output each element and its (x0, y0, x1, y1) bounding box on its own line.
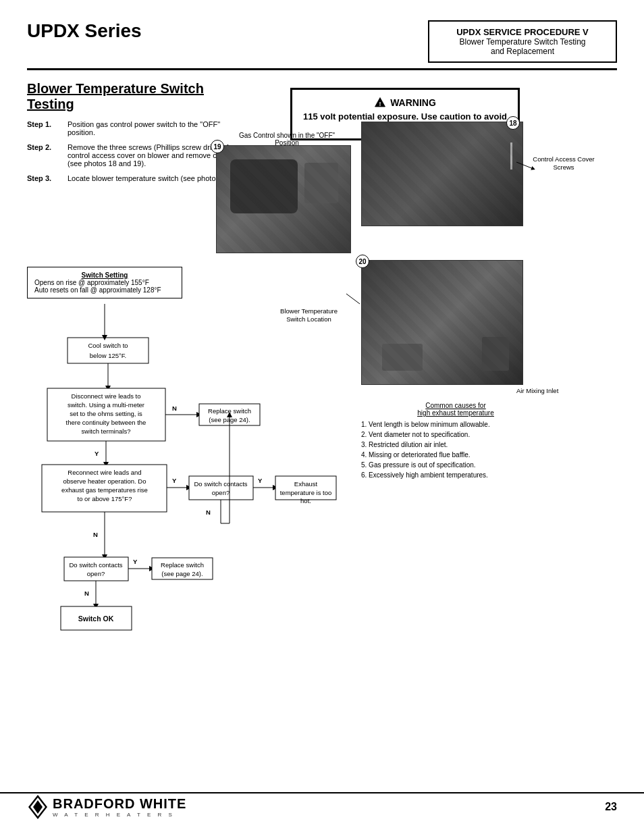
common-causes-list: 1. Vent length is below minimum allowabl… (361, 419, 550, 480)
service-box: UPDX SERVICE PROCEDURE V Blower Temperat… (428, 20, 617, 63)
svg-text:N: N (172, 405, 177, 412)
svg-text:Y: Y (95, 450, 99, 457)
photo-number-19: 19 (211, 140, 224, 153)
service-subtitle2: and Replacement (440, 47, 605, 56)
section-title: Blower Temperature Switch Testing (27, 81, 216, 112)
svg-text:(see page 24).: (see page 24). (161, 570, 203, 577)
photo-19-container: 19 (216, 145, 351, 260)
svg-text:switch. Using a multi-meter: switch. Using a multi-meter (68, 401, 144, 409)
warning-icon: ! (374, 97, 386, 109)
cause-3: 3. Restricted dilution air inlet. (361, 440, 550, 450)
step-1-text: Position gas control power switch to the… (68, 120, 243, 136)
cause-5: 5. Gas pressure is out of specification. (361, 460, 550, 470)
flowchart-svg: Cool switch to below 125°F. Disconnect w… (27, 304, 351, 723)
warning-title: ! WARNING (303, 97, 507, 109)
svg-text:switch terminals?: switch terminals? (82, 427, 131, 435)
step-1-label: Step 1. (27, 120, 68, 136)
main-title: UPDX Series (27, 20, 142, 42)
switch-setting-line1: Opens on rise @ approximately 155°F (34, 279, 175, 286)
brand-identity: BRADFORD WHITE W A T E R H E A T E R S (27, 793, 186, 820)
svg-text:below 125°F.: below 125°F. (90, 352, 127, 359)
svg-text:hot.: hot. (300, 497, 311, 504)
svg-text:!: ! (379, 101, 381, 107)
svg-text:to or above 175°F?: to or above 175°F? (78, 495, 132, 502)
svg-text:open?: open? (212, 489, 230, 496)
common-causes-title: Common causes for high exhaust temperatu… (361, 402, 550, 417)
cause-2: 2. Vent diameter not to specification. (361, 429, 550, 440)
svg-text:Reconnect wire leads and: Reconnect wire leads and (68, 469, 141, 476)
step-3-label: Step 3. (27, 174, 68, 182)
brand-logo: BRADFORD WHITE W A T E R H E A T E R S (27, 793, 186, 820)
header-divider (27, 68, 617, 70)
brand-text: BRADFORD WHITE W A T E R H E A T E R S (53, 796, 186, 818)
footer: BRADFORD WHITE W A T E R H E A T E R S 2… (0, 792, 644, 820)
flowchart: Switch Setting Opens on rise @ approxima… (27, 267, 351, 699)
brand-icon (27, 793, 49, 820)
cause-4: 4. Missing or deteriorated flue baffle. (361, 450, 550, 460)
header: UPDX Series UPDX SERVICE PROCEDURE V Blo… (27, 20, 617, 63)
gas-caption: Gas Control shown in the "OFF" Position (230, 132, 344, 147)
svg-text:there continuity between the: there continuity between the (66, 419, 146, 426)
svg-text:N: N (84, 590, 89, 597)
photo-20 (361, 260, 523, 385)
page: UPDX Series UPDX SERVICE PROCEDURE V Blo… (0, 0, 644, 834)
step-2-label: Step 2. (27, 143, 68, 167)
service-subtitle1: Blower Temperature Switch Testing (440, 37, 605, 47)
switch-setting-box: Switch Setting Opens on rise @ approxima… (27, 267, 182, 298)
air-mixing-label: Air Mixing Inlet (516, 387, 577, 395)
svg-text:Y: Y (133, 558, 138, 565)
control-access-label: Control Access Cover Screws (527, 155, 601, 172)
photo-number-18: 18 (506, 116, 520, 130)
photo-19 (216, 145, 351, 253)
svg-text:temperature is too: temperature is too (280, 489, 332, 496)
svg-text:Replace switch: Replace switch (161, 561, 204, 569)
svg-text:observe heater operation. Do: observe heater operation. Do (63, 477, 146, 485)
photo-20-container: 20 Blower Temperature Switch Location Ai… (361, 260, 523, 395)
svg-text:Y: Y (172, 477, 177, 484)
switch-setting-line2: Auto resets on fall @ approximately 128°… (34, 286, 175, 294)
svg-text:N: N (206, 509, 211, 516)
svg-text:Replace switch: Replace switch (208, 407, 251, 415)
svg-text:Switch OK: Switch OK (78, 615, 114, 623)
svg-text:N: N (93, 531, 98, 538)
svg-text:Y: Y (258, 477, 263, 484)
service-procedure-title: UPDX SERVICE PROCEDURE V (440, 27, 605, 37)
svg-text:set to the ohms setting, is: set to the ohms setting, is (70, 410, 142, 417)
photo-18 (361, 122, 523, 226)
svg-text:exhaust gas temperatures rise: exhaust gas temperatures rise (61, 486, 148, 494)
cause-6: 6. Excessively high ambient temperatures… (361, 470, 550, 480)
cause-1: 1. Vent length is below minimum allowabl… (361, 419, 550, 429)
common-causes-box: Common causes for high exhaust temperatu… (361, 402, 550, 480)
svg-text:Disconnect wire leads to: Disconnect wire leads to (72, 392, 141, 400)
page-number: 23 (605, 801, 617, 813)
svg-text:Do switch contacts: Do switch contacts (69, 561, 122, 569)
photo-18-container: 18 Control Access Cover Screws (361, 122, 523, 233)
svg-text:Cool switch to: Cool switch to (88, 342, 128, 349)
photo-number-20: 20 (356, 255, 369, 268)
switch-setting-title: Switch Setting (34, 271, 175, 279)
svg-text:Do switch contacts: Do switch contacts (194, 480, 247, 488)
svg-text:open?: open? (87, 570, 105, 577)
svg-text:Exhaust: Exhaust (294, 480, 318, 488)
